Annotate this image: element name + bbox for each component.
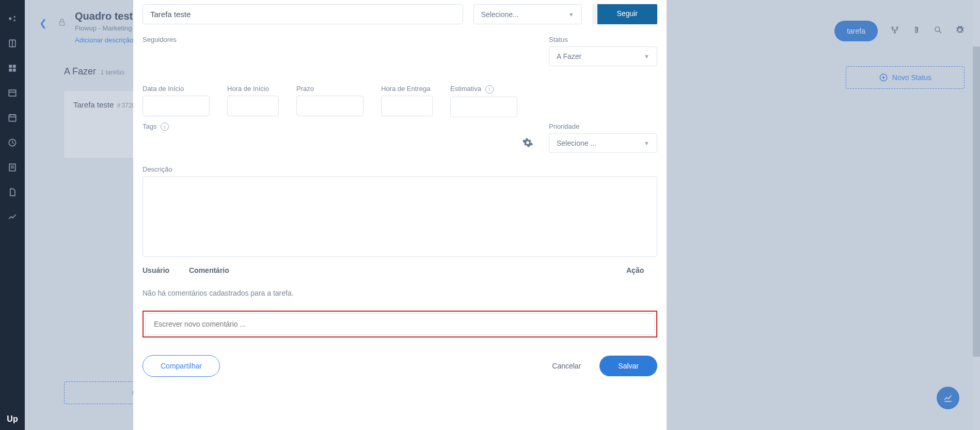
dashboard-icon[interactable]	[0, 6, 25, 31]
assignee-select[interactable]: Selecione... ▼	[473, 4, 582, 24]
status-label: Status	[549, 36, 657, 43]
estimate-label: Estimativa i	[450, 85, 517, 94]
book-icon[interactable]	[0, 31, 25, 56]
save-button[interactable]: Salvar	[599, 356, 657, 376]
svg-point-0	[9, 18, 11, 20]
chevron-down-icon: ▼	[568, 11, 574, 18]
start-date-label: Data de Início	[143, 85, 210, 93]
description-label: Descrição	[143, 165, 657, 173]
deadline-input[interactable]	[296, 96, 363, 116]
delivery-time-label: Hora de Entrega	[381, 85, 433, 93]
calendar-icon[interactable]	[0, 105, 25, 130]
grid-icon[interactable]	[0, 56, 25, 81]
start-time-input[interactable]	[227, 96, 279, 116]
svg-rect-9	[9, 90, 15, 96]
cancel-button[interactable]: Cancelar	[542, 356, 591, 376]
task-modal: Selecione... ▼ Seguir Seguidores Status …	[133, 0, 667, 430]
svg-line-17	[12, 143, 14, 144]
deadline-label: Prazo	[296, 85, 363, 93]
file-icon[interactable]	[0, 180, 25, 205]
comments-header-user: Usuário	[143, 266, 189, 274]
svg-rect-8	[13, 69, 16, 72]
info-icon[interactable]: i	[161, 122, 169, 131]
task-name-input[interactable]	[143, 4, 463, 24]
share-button[interactable]: Compartilhar	[143, 355, 220, 377]
no-comments-message: Não há comentários cadastrados para a ta…	[143, 280, 657, 311]
list-icon[interactable]	[0, 81, 25, 105]
priority-label: Prioridade	[549, 122, 657, 130]
priority-select-value: Selecione ...	[557, 139, 596, 147]
chart-icon[interactable]	[0, 205, 25, 229]
status-select[interactable]: A Fazer ▼	[549, 47, 657, 66]
comment-input-highlight	[143, 311, 657, 337]
clock-icon[interactable]	[0, 130, 25, 155]
svg-rect-11	[9, 115, 15, 121]
description-input[interactable]	[143, 176, 657, 257]
follow-button[interactable]: Seguir	[592, 4, 657, 24]
chevron-down-icon: ▼	[644, 53, 650, 59]
svg-rect-5	[9, 65, 12, 68]
comments-header: Usuário Comentário Ação	[143, 259, 657, 280]
assignee-select-value: Selecione...	[481, 10, 519, 19]
delivery-time-input[interactable]	[381, 96, 433, 116]
priority-select[interactable]: Selecione ... ▼	[549, 133, 657, 153]
status-select-value: A Fazer	[557, 52, 581, 60]
start-date-input[interactable]	[143, 96, 210, 116]
chevron-down-icon: ▼	[644, 140, 650, 146]
comments-header-comment: Comentário	[189, 266, 626, 274]
svg-rect-7	[9, 69, 12, 72]
left-sidebar: Up	[0, 0, 25, 430]
start-time-label: Hora de Início	[227, 85, 279, 93]
comment-input[interactable]	[145, 313, 655, 335]
tags-gear-icon[interactable]	[522, 137, 533, 151]
tags-label: Tags i	[143, 122, 539, 131]
info-icon[interactable]: i	[485, 85, 494, 94]
doc-icon[interactable]	[0, 155, 25, 180]
svg-point-2	[14, 20, 15, 21]
app-logo: Up	[7, 414, 18, 424]
followers-label: Seguidores	[143, 36, 539, 43]
svg-point-1	[14, 16, 15, 18]
estimate-input[interactable]	[450, 97, 517, 117]
svg-rect-6	[13, 65, 16, 68]
comments-header-action: Ação	[626, 266, 657, 274]
